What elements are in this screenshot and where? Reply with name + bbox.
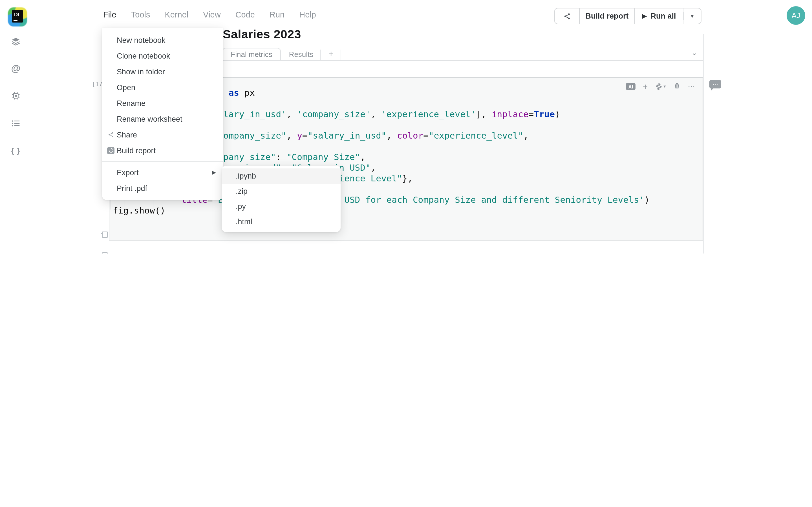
export-item-zip[interactable]: .zip [221,184,341,199]
attached-data-icon[interactable]: @ [9,62,22,75]
build-report-button[interactable]: Build report [580,8,635,24]
menu-item-rename-worksheet[interactable]: Rename worksheet [102,111,223,127]
menubar-item-code[interactable]: Code [236,10,255,21]
export-submenu: .ipynb.zip.py.html [221,166,341,232]
menu-item-show-in-folder[interactable]: Show in folder [102,64,223,79]
menu-item-print-pdf[interactable]: Print .pdf [102,180,223,196]
share-button[interactable] [555,8,580,24]
menubar-item-file[interactable]: File [103,10,116,21]
tab-separator [341,50,341,60]
menu-item-share[interactable]: Share [102,127,223,143]
comment-icon[interactable]: ⋯ [709,80,721,89]
worksheets-icon[interactable] [9,34,22,48]
tab-separator [320,50,321,60]
ai-assistant-icon[interactable]: AI [626,83,636,90]
export-item-html[interactable]: .html [221,214,341,229]
tab-final-metrics[interactable]: Final metrics [222,48,281,60]
datalore-logo[interactable]: DL [8,7,27,26]
cell-anchor-icon[interactable] [102,252,108,253]
export-item-ipynb[interactable]: .ipynb [221,168,341,184]
export-item-py[interactable]: .py [221,199,341,214]
cell-more-icon[interactable]: ⋯ [688,82,696,91]
run-options-caret[interactable]: ▾ [683,8,701,24]
menu-bar: FileToolsKernelViewCodeRunHelp [103,10,316,21]
tabbar-underline [222,60,703,61]
cell-anchor-icon[interactable] [102,231,108,238]
menubar-item-help[interactable]: Help [299,10,316,21]
left-sidebar: DL @ { } ⋯ [0,0,32,253]
menu-item-rename[interactable]: Rename [102,95,223,111]
share-icon [107,131,114,138]
worksheets-chevron-down-icon[interactable]: ⌄ [691,48,698,57]
add-worksheet-button[interactable]: + [322,48,340,60]
header-actions: Build report ▶ Run all ▾ [554,8,702,24]
menu-item-clone-notebook[interactable]: Clone notebook [102,48,223,64]
file-menu: New notebookClone notebookShow in folder… [102,27,223,200]
environment-icon[interactable] [9,89,22,103]
chevron-down-icon: ▾ [691,13,694,19]
datalore-window: DL @ { } ⋯ FileToolsKernelViewCodeRunHel… [0,0,812,253]
avatar[interactable]: AJ [786,6,805,25]
menu-item-export[interactable]: Export▶ [102,165,223,180]
add-cell-icon[interactable]: + [643,83,648,90]
outline-icon[interactable] [9,117,22,130]
menu-divider [102,161,223,162]
cell-language-python-icon[interactable]: ▾ [655,83,666,90]
chevron-down-icon: ▾ [664,84,666,89]
cell-toolbar: AI + ▾ ⋯ [626,82,696,91]
menu-item-new-notebook[interactable]: New notebook [102,32,223,48]
menubar-item-view[interactable]: View [203,10,220,21]
run-all-button[interactable]: ▶ Run all [635,8,683,24]
delete-cell-icon[interactable] [673,81,680,92]
menubar-item-tools[interactable]: Tools [131,10,150,21]
menu-item-open[interactable]: Open [102,79,223,95]
variables-icon[interactable]: { } [9,144,22,157]
menu-item-build-report[interactable]: Build report [102,143,223,158]
run-icon: ▶ [642,12,647,20]
report-icon [107,147,114,154]
code-line: fig.show() [113,206,650,216]
menubar-item-kernel[interactable]: Kernel [165,10,188,21]
submenu-arrow-icon: ▶ [212,170,216,175]
tab-results[interactable]: Results [282,48,321,60]
menubar-item-run[interactable]: Run [269,10,285,21]
logo-monogram: DL [12,10,23,22]
notebook-title: Salaries 2023 [223,27,301,42]
share-icon [563,12,571,20]
content-divider [703,34,704,253]
